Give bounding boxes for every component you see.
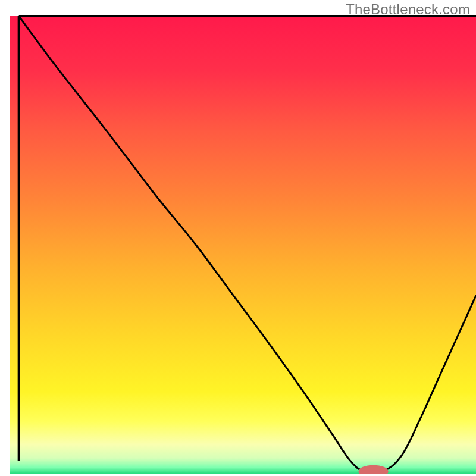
watermark-text: TheBottleneck.com xyxy=(346,1,470,18)
bottleneck-chart xyxy=(0,0,476,476)
gradient-background xyxy=(10,16,476,474)
